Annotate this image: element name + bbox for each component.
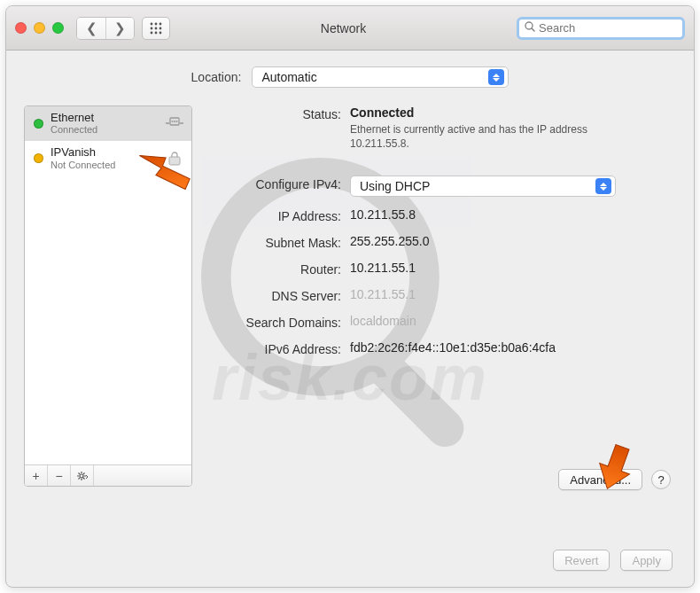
dns-value: 10.211.55.1 xyxy=(350,287,416,301)
search-domains-label: Search Domains: xyxy=(208,314,350,330)
advanced-row: Advanced... ? xyxy=(558,469,671,490)
subnet-value: 255.255.255.0 xyxy=(350,234,430,248)
dns-row: DNS Server: 10.211.55.1 xyxy=(208,287,676,303)
subnet-label: Subnet Mask: xyxy=(208,234,350,250)
show-all-button[interactable] xyxy=(142,17,170,40)
subnet-row: Subnet Mask: 255.255.255.0 xyxy=(208,234,676,250)
zoom-icon[interactable] xyxy=(52,22,64,34)
svg-line-26 xyxy=(78,478,80,480)
help-icon: ? xyxy=(657,473,664,487)
dns-label: DNS Server: xyxy=(208,287,350,303)
footer-buttons: Revert Apply xyxy=(553,550,673,571)
window-controls xyxy=(15,22,64,34)
svg-point-4 xyxy=(159,22,162,25)
service-name: IPVanish xyxy=(51,146,158,159)
ipv6-label: IPv6 Address: xyxy=(208,340,350,356)
svg-point-3 xyxy=(155,22,158,25)
titlebar: ❮ ❯ Network xyxy=(6,6,694,51)
ip-label: IP Address: xyxy=(208,207,350,223)
nav-back-forward: ❮ ❯ xyxy=(76,17,135,40)
configure-value: Using DHCP xyxy=(360,179,430,193)
service-options-button[interactable] xyxy=(71,465,94,486)
apply-label: Apply xyxy=(632,554,661,567)
ip-value: 10.211.55.8 xyxy=(350,207,416,222)
search-domains-value: localdomain xyxy=(350,314,416,328)
svg-line-24 xyxy=(83,478,85,480)
gear-icon xyxy=(76,470,89,482)
location-value: Automatic xyxy=(261,70,316,84)
status-dot-icon xyxy=(34,119,43,129)
service-status: Not Connected xyxy=(51,160,158,170)
advanced-button[interactable]: Advanced... xyxy=(558,469,642,490)
search-domains-row: Search Domains: localdomain xyxy=(208,314,676,330)
svg-point-15 xyxy=(172,121,174,122)
ip-row: IP Address: 10.211.55.8 xyxy=(208,207,676,223)
configure-label: Configure IPv4: xyxy=(208,176,350,191)
svg-point-7 xyxy=(159,27,162,29)
remove-service-button[interactable]: − xyxy=(48,465,71,486)
svg-point-2 xyxy=(151,22,153,25)
configure-row: Configure IPv4: Using DHCP xyxy=(208,176,676,197)
chevron-updown-icon xyxy=(595,178,611,194)
search-icon xyxy=(525,21,535,35)
status-dot-icon xyxy=(34,153,43,163)
back-button[interactable]: ❮ xyxy=(77,18,105,39)
status-row: Status: Connected Ethernet is currently … xyxy=(208,105,676,151)
location-select[interactable]: Automatic xyxy=(252,66,509,88)
services-sidebar: Ethernet Connected IPVanish Not Connecte… xyxy=(24,105,192,487)
svg-point-18 xyxy=(80,474,83,478)
content-area: Location: Automatic Ethernet Connected xyxy=(6,51,694,501)
window-title: Network xyxy=(177,21,509,35)
help-button[interactable]: ? xyxy=(651,470,671,489)
ethernet-icon xyxy=(165,116,184,130)
svg-point-5 xyxy=(151,27,153,29)
sidebar-item-ethernet[interactable]: Ethernet Connected xyxy=(25,106,191,141)
search-input[interactable] xyxy=(539,21,677,35)
svg-point-14 xyxy=(174,121,175,122)
router-label: Router: xyxy=(208,261,350,277)
grid-icon xyxy=(150,22,162,35)
svg-point-16 xyxy=(176,121,178,122)
apply-button[interactable]: Apply xyxy=(620,550,673,571)
ipv6-row: IPv6 Address: fdb2:2c26:f4e4::10e1:d35e:… xyxy=(208,340,676,356)
details-panel: Status: Connected Ethernet is currently … xyxy=(208,105,676,487)
svg-point-8 xyxy=(151,31,153,34)
location-row: Location: Automatic xyxy=(24,66,676,88)
sidebar-item-ipvanish[interactable]: IPVanish Not Connected xyxy=(25,141,191,176)
advanced-label: Advanced... xyxy=(570,473,631,487)
close-icon[interactable] xyxy=(15,22,27,34)
configure-ipv4-select[interactable]: Using DHCP xyxy=(350,176,616,197)
svg-point-10 xyxy=(159,31,162,34)
svg-line-12 xyxy=(532,28,534,31)
vpn-lock-icon xyxy=(165,152,184,166)
revert-button[interactable]: Revert xyxy=(553,550,610,571)
services-list: Ethernet Connected IPVanish Not Connecte… xyxy=(25,106,191,464)
router-row: Router: 10.211.55.1 xyxy=(208,261,676,277)
service-status: Connected xyxy=(51,124,158,135)
ipv6-value: fdb2:2c26:f4e4::10e1:d35e:b0a6:4cfa xyxy=(350,340,556,355)
svg-line-25 xyxy=(83,472,85,474)
status-value: Connected xyxy=(350,105,616,120)
chevron-updown-icon xyxy=(488,69,504,85)
status-label: Status: xyxy=(208,105,350,121)
add-service-button[interactable]: + xyxy=(25,465,48,486)
network-prefs-window: risk.com ❮ ❯ Network Location: xyxy=(5,5,695,588)
service-name: Ethernet xyxy=(51,112,158,124)
svg-point-9 xyxy=(155,31,158,34)
sidebar-footer: + − xyxy=(25,464,191,486)
svg-line-23 xyxy=(78,472,80,474)
svg-rect-17 xyxy=(169,157,180,165)
router-value: 10.211.55.1 xyxy=(350,261,416,275)
status-desc: Ethernet is currently active and has the… xyxy=(350,123,616,151)
panels: Ethernet Connected IPVanish Not Connecte… xyxy=(24,105,676,487)
revert-label: Revert xyxy=(564,554,598,567)
forward-button[interactable]: ❯ xyxy=(105,18,134,39)
minimize-icon[interactable] xyxy=(34,22,45,34)
svg-point-6 xyxy=(155,27,158,29)
search-field[interactable] xyxy=(517,17,685,40)
location-label: Location: xyxy=(191,70,242,84)
